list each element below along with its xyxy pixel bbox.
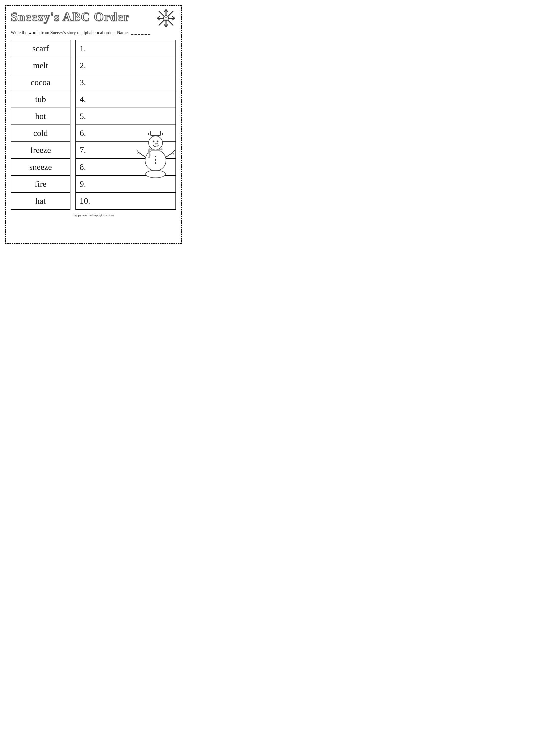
svg-line-35 xyxy=(172,153,174,154)
svg-point-19 xyxy=(157,141,159,143)
answer-cell-4[interactable]: 4. xyxy=(75,91,176,108)
answer-cell-1[interactable]: 1. xyxy=(75,40,176,57)
svg-point-29 xyxy=(155,162,156,164)
word-cell-6: cold xyxy=(11,125,71,142)
svg-point-21 xyxy=(153,145,154,146)
word-cell-5: hot xyxy=(11,108,71,125)
word-cell-3: cocoa xyxy=(11,74,71,91)
title-area: Sneezy's ABC Order xyxy=(11,9,176,28)
answer-cell-9[interactable]: 9. xyxy=(75,176,176,193)
word-cell-8: sneeze xyxy=(11,159,71,176)
page-title: Sneezy's ABC Order xyxy=(11,9,130,24)
svg-rect-16 xyxy=(151,131,161,135)
answer-cell-2[interactable]: 2. xyxy=(75,57,176,74)
word-column: scarf melt cocoa tub hot cold freeze sne… xyxy=(11,40,71,210)
svg-point-13 xyxy=(165,18,166,18)
svg-point-18 xyxy=(153,141,155,143)
svg-line-32 xyxy=(137,152,139,153)
svg-point-14 xyxy=(166,18,167,18)
svg-point-12 xyxy=(163,16,168,21)
main-content: scarf melt cocoa tub hot cold freeze sne… xyxy=(11,40,176,210)
answer-cell-5[interactable]: 5. xyxy=(75,108,176,125)
svg-point-27 xyxy=(155,156,156,157)
svg-point-25 xyxy=(158,145,159,146)
page-border: Sneezy's ABC Order Write t xyxy=(5,5,182,244)
svg-line-34 xyxy=(172,150,175,153)
svg-point-23 xyxy=(155,146,156,147)
svg-point-28 xyxy=(155,159,156,161)
svg-point-24 xyxy=(157,146,158,147)
svg-line-33 xyxy=(165,153,172,157)
word-cell-9: fire xyxy=(11,176,71,193)
svg-point-22 xyxy=(154,146,155,147)
word-cell-4: tub xyxy=(11,91,71,108)
answer-column: 1. 2. 3. 4. 5. 6. 7. 8. xyxy=(75,40,176,210)
snowflake-icon xyxy=(156,8,176,28)
footer: happyteacherhappykids.com xyxy=(11,213,176,217)
word-cell-10: hat xyxy=(11,193,71,210)
answer-cell-8[interactable]: 8. xyxy=(75,159,176,176)
svg-line-30 xyxy=(139,152,145,157)
word-cell-7: freeze xyxy=(11,142,71,159)
subtitle: Write the words from Sneezy's story in a… xyxy=(11,30,176,35)
title-text: Sneezy's ABC Order xyxy=(11,10,130,24)
answer-cell-10[interactable]: 10. xyxy=(75,193,176,210)
word-cell-1: scarf xyxy=(11,40,71,57)
word-cell-2: melt xyxy=(11,57,71,74)
answer-cell-3[interactable]: 3. xyxy=(75,74,176,91)
snowman-decoration xyxy=(136,130,176,175)
svg-line-31 xyxy=(137,150,139,152)
